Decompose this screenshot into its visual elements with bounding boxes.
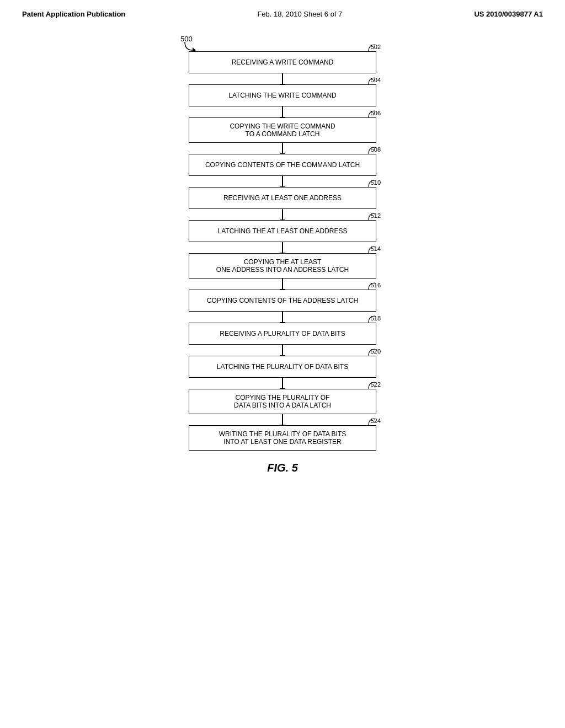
arrow-510-to-512 (282, 209, 283, 220)
box-wrapper-514: 514COPYING THE AT LEAST ONE ADDRESS INTO… (189, 253, 376, 279)
box-step-label-518: 518 (371, 315, 381, 322)
flow-box-508: COPYING CONTENTS OF THE COMMAND LATCH (189, 154, 376, 176)
header: Patent Application Publication Feb. 18, … (0, 0, 565, 24)
flow-box-text-524: WRITING THE PLURALITY OF DATA BITS INTO … (219, 430, 346, 446)
flow-box-text-518: RECEIVING A PLURALITY OF DATA BITS (220, 330, 345, 338)
arrow-506-to-508 (282, 143, 283, 154)
flow-box-520: LATCHING THE PLURALITY OF DATA BITS (189, 356, 376, 378)
arrow-508-to-510 (282, 176, 283, 187)
flow-box-text-510: RECEIVING AT LEAST ONE ADDRESS (223, 194, 342, 202)
box-wrapper-510: 510RECEIVING AT LEAST ONE ADDRESS (189, 187, 376, 209)
box-wrapper-506: 506COPYING THE WRITE COMMAND TO A COMMAN… (189, 117, 376, 143)
box-wrapper-518: 518RECEIVING A PLURALITY OF DATA BITS (189, 323, 376, 345)
flow-box-522: COPYING THE PLURALITY OF DATA BITS INTO … (189, 389, 376, 414)
arrow-502-to-504 (282, 73, 283, 84)
arrow-512-to-514 (282, 242, 283, 253)
arrow-522-to-524 (282, 414, 283, 425)
arrow-520-to-522 (282, 378, 283, 389)
flow-box-514: COPYING THE AT LEAST ONE ADDRESS INTO AN… (189, 253, 376, 279)
flow-box-text-506: COPYING THE WRITE COMMAND TO A COMMAND L… (230, 122, 335, 138)
box-step-label-502: 502 (371, 44, 381, 50)
box-step-label-506: 506 (371, 110, 381, 116)
box-wrapper-522: 522COPYING THE PLURALITY OF DATA BITS IN… (189, 389, 376, 414)
flow-box-512: LATCHING THE AT LEAST ONE ADDRESS (189, 220, 376, 242)
arrow-516-to-518 (282, 312, 283, 323)
flow-box-text-520: LATCHING THE PLURALITY OF DATA BITS (217, 363, 348, 371)
box-step-label-512: 512 (371, 212, 381, 219)
flow-container: 502RECEIVING A WRITE COMMAND 504LATCHING… (150, 51, 415, 451)
header-left: Patent Application Publication (22, 10, 125, 18)
flow-box-518: RECEIVING A PLURALITY OF DATA BITS (189, 323, 376, 345)
box-wrapper-524: 524WRITING THE PLURALITY OF DATA BITS IN… (189, 425, 376, 451)
flow-box-text-516: COPYING CONTENTS OF THE ADDRESS LATCH (207, 297, 358, 304)
flow-box-504: LATCHING THE WRITE COMMAND (189, 84, 376, 106)
box-step-label-522: 522 (371, 381, 381, 388)
box-step-label-520: 520 (371, 348, 381, 355)
box-wrapper-504: 504LATCHING THE WRITE COMMAND (189, 84, 376, 106)
box-step-label-516: 516 (371, 282, 381, 288)
box-wrapper-502: 502RECEIVING A WRITE COMMAND (189, 51, 376, 73)
flow-box-506: COPYING THE WRITE COMMAND TO A COMMAND L… (189, 117, 376, 143)
flow-box-516: COPYING CONTENTS OF THE ADDRESS LATCH (189, 290, 376, 312)
arrow-514-to-516 (282, 279, 283, 290)
box-wrapper-520: 520LATCHING THE PLURALITY OF DATA BITS (189, 356, 376, 378)
flow-box-text-508: COPYING CONTENTS OF THE COMMAND LATCH (205, 161, 360, 169)
box-step-label-504: 504 (371, 77, 381, 83)
flow-box-502: RECEIVING A WRITE COMMAND (189, 51, 376, 73)
box-step-label-510: 510 (371, 179, 381, 186)
diagram-area: 500 502RECEIVING A WRITE COMMAND 504LATC… (0, 35, 565, 491)
box-wrapper-508: 508COPYING CONTENTS OF THE COMMAND LATCH (189, 154, 376, 176)
page: Patent Application Publication Feb. 18, … (0, 0, 565, 728)
header-center: Feb. 18, 2010 Sheet 6 of 7 (257, 10, 342, 18)
flow-box-510: RECEIVING AT LEAST ONE ADDRESS (189, 187, 376, 209)
flow-box-text-522: COPYING THE PLURALITY OF DATA BITS INTO … (234, 394, 331, 409)
arrow-504-to-506 (282, 106, 283, 117)
flow-box-text-514: COPYING THE AT LEAST ONE ADDRESS INTO AN… (216, 258, 349, 274)
box-wrapper-512: 512LATCHING THE AT LEAST ONE ADDRESS (189, 220, 376, 242)
flow-box-text-504: LATCHING THE WRITE COMMAND (228, 92, 337, 99)
flow-box-524: WRITING THE PLURALITY OF DATA BITS INTO … (189, 425, 376, 451)
box-step-label-524: 524 (371, 417, 381, 424)
flow-box-text-502: RECEIVING A WRITE COMMAND (232, 58, 334, 66)
box-wrapper-516: 516COPYING CONTENTS OF THE ADDRESS LATCH (189, 290, 376, 312)
box-step-label-514: 514 (371, 245, 381, 252)
flow-box-text-512: LATCHING THE AT LEAST ONE ADDRESS (218, 227, 348, 235)
fig-label: FIG. 5 (267, 462, 298, 474)
arrow-518-to-520 (282, 345, 283, 356)
box-step-label-508: 508 (371, 146, 381, 153)
header-right: US 2010/0039877 A1 (474, 10, 543, 18)
